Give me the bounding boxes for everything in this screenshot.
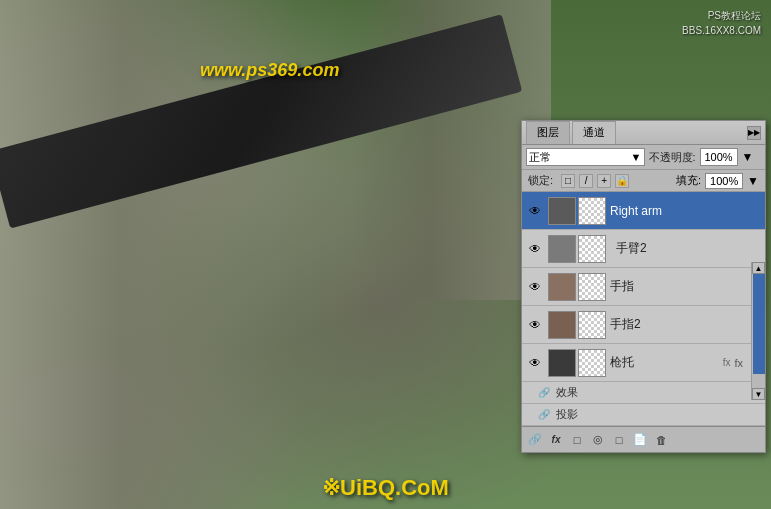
blend-mode-select[interactable]: 正常 ▼ bbox=[526, 148, 645, 166]
layer-thumb-container bbox=[548, 311, 606, 339]
scroll-down-button[interactable]: ▼ bbox=[752, 388, 765, 400]
layer-item[interactable]: 👁 手臂2 bbox=[522, 230, 765, 268]
layer-fx-icon[interactable]: fx bbox=[547, 431, 565, 449]
lock-label: 锁定: bbox=[528, 173, 553, 188]
layer-thumbnail bbox=[548, 273, 576, 301]
blend-opacity-row: 正常 ▼ 不透明度: 100% ▼ bbox=[522, 145, 765, 170]
opacity-arrow[interactable]: ▼ bbox=[742, 150, 754, 164]
layer-name: 手臂2 bbox=[616, 240, 761, 257]
fill-label: 填充: bbox=[676, 173, 701, 188]
panel-main: 图层 通道 ▶▶ 正常 ▼ 不透明度: 100% ▼ 锁定: □ / + 🔒 bbox=[521, 120, 766, 453]
eye-icon[interactable]: 👁 bbox=[526, 240, 544, 258]
add-mask-icon[interactable]: □ bbox=[568, 431, 586, 449]
layer-item[interactable]: 👁 手指 bbox=[522, 268, 765, 306]
layer-mask-thumbnail bbox=[578, 235, 606, 263]
fill-row: 填充: 100% ▼ bbox=[676, 173, 759, 189]
layer-thumb-container bbox=[548, 273, 606, 301]
fill-arrow[interactable]: ▼ bbox=[747, 174, 759, 188]
adjustment-layer-icon[interactable]: ◎ bbox=[589, 431, 607, 449]
layer-item[interactable]: 👁 手指2 bbox=[522, 306, 765, 344]
delete-layer-icon[interactable]: 🗑 bbox=[652, 431, 670, 449]
layer-name: Right arm bbox=[610, 204, 761, 218]
lock-transparent-icon[interactable]: □ bbox=[561, 174, 575, 188]
sub-layer-name: 效果 bbox=[556, 385, 578, 400]
layer-item[interactable]: 👁 枪托 fx fx bbox=[522, 344, 765, 382]
layer-thumb-container bbox=[548, 197, 606, 225]
fill-field[interactable]: 100% bbox=[705, 173, 743, 189]
watermark-top: PS教程论坛 BBS.16XX8.COM bbox=[682, 8, 761, 38]
layer-mask-thumbnail bbox=[578, 349, 606, 377]
eye-icon[interactable]: 👁 bbox=[526, 278, 544, 296]
panel-header: 图层 通道 ▶▶ bbox=[522, 121, 765, 145]
layer-fx-badge: fx bbox=[723, 357, 731, 368]
opacity-field[interactable]: 100% bbox=[700, 148, 738, 166]
watermark-bottom: ※UiBQ.CoM bbox=[322, 475, 449, 501]
opacity-label: 不透明度: bbox=[649, 150, 696, 165]
panel-bottom-toolbar: 🔗 fx □ ◎ □ 📄 🗑 bbox=[522, 426, 765, 452]
layer-thumb-container bbox=[548, 235, 606, 263]
panel-scrollbar[interactable]: ▲ ▼ bbox=[751, 262, 765, 400]
scroll-thumb[interactable] bbox=[753, 274, 765, 374]
layer-mask-thumbnail bbox=[578, 311, 606, 339]
sub-layer-item[interactable]: 🔗 效果 bbox=[522, 382, 765, 404]
tab-channels[interactable]: 通道 bbox=[572, 121, 616, 144]
layer-list: 👁 Right arm 👁 手臂2 👁 bbox=[522, 192, 765, 426]
layer-name: 手指 bbox=[610, 278, 761, 295]
layer-thumbnail bbox=[548, 349, 576, 377]
group-layers-icon[interactable]: □ bbox=[610, 431, 628, 449]
lock-pixel-icon[interactable]: / bbox=[579, 174, 593, 188]
lock-position-icon[interactable]: + bbox=[597, 174, 611, 188]
panel-tabs: 图层 通道 bbox=[526, 121, 616, 144]
layer-mask-thumbnail bbox=[578, 197, 606, 225]
layer-mask-thumbnail bbox=[578, 273, 606, 301]
layer-name: 枪托 bbox=[610, 354, 723, 371]
tab-layers[interactable]: 图层 bbox=[526, 121, 570, 144]
layer-thumbnail bbox=[548, 311, 576, 339]
sub-layer-name: 投影 bbox=[556, 407, 578, 422]
lock-row: 锁定: □ / + 🔒 填充: 100% ▼ bbox=[522, 170, 765, 192]
scroll-up-button[interactable]: ▲ bbox=[752, 262, 765, 274]
new-layer-icon[interactable]: 📄 bbox=[631, 431, 649, 449]
eye-icon[interactable]: 👁 bbox=[526, 202, 544, 220]
watermark-url: www.ps369.com bbox=[200, 60, 339, 81]
sub-layer-item[interactable]: 🔗 投影 bbox=[522, 404, 765, 426]
opacity-row: 不透明度: 100% ▼ bbox=[649, 148, 762, 166]
layer-thumbnail bbox=[548, 197, 576, 225]
layer-thumb-container bbox=[548, 349, 606, 377]
link-layers-icon[interactable]: 🔗 bbox=[526, 431, 544, 449]
layer-thumbnail bbox=[548, 235, 576, 263]
panel-collapse-button[interactable]: ▶▶ bbox=[747, 126, 761, 140]
layer-name: 手指2 bbox=[610, 316, 761, 333]
layers-panel: 图层 通道 ▶▶ 正常 ▼ 不透明度: 100% ▼ 锁定: □ / + 🔒 bbox=[521, 120, 766, 453]
lock-all-icon[interactable]: 🔒 bbox=[615, 174, 629, 188]
eye-icon[interactable]: 👁 bbox=[526, 354, 544, 372]
eye-icon[interactable]: 👁 bbox=[526, 316, 544, 334]
layer-item[interactable]: 👁 Right arm bbox=[522, 192, 765, 230]
